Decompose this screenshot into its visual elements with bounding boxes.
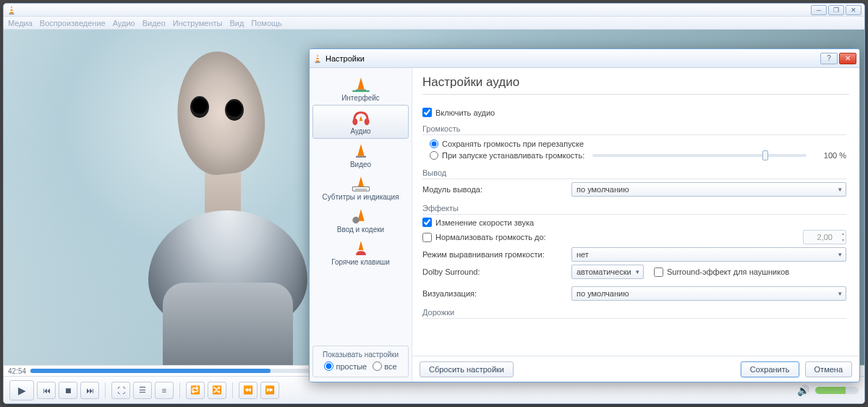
- close-button[interactable]: ✕: [846, 5, 861, 15]
- gain-mode-label: Режим выравнивания громкости:: [422, 250, 567, 259]
- window-buttons: ─ ❐ ✕: [811, 5, 861, 15]
- menubar: Медиа Воспроизведение Аудио Видео Инстру…: [4, 17, 864, 30]
- menu-tools[interactable]: Инструменты: [173, 19, 223, 27]
- svg-point-11: [352, 119, 357, 125]
- cat-input[interactable]: Ввод и кодеки: [312, 204, 409, 236]
- cat-audio[interactable]: Аудио: [312, 105, 409, 139]
- play-button[interactable]: ▶: [9, 380, 34, 400]
- settings-main: Настройки аудио Включить аудио Громкость…: [412, 68, 859, 382]
- cat-video[interactable]: Видео: [312, 139, 409, 171]
- visual-select[interactable]: по умолчанию: [571, 286, 846, 301]
- group-output: Вывод: [422, 167, 846, 179]
- menu-audio[interactable]: Аудио: [113, 19, 135, 27]
- svg-rect-7: [316, 59, 320, 60]
- interface-icon: [351, 77, 371, 93]
- enable-audio-checkbox[interactable]: Включить аудио: [422, 108, 846, 117]
- svg-rect-2: [10, 8, 13, 9]
- startup-volume-value: 100 %: [814, 151, 846, 160]
- stop-button[interactable]: ⏹: [59, 382, 77, 399]
- cat-hotkeys[interactable]: Горячие клавиши: [312, 236, 409, 269]
- menu-video[interactable]: Видео: [142, 19, 166, 27]
- dolby-label: Dolby Surround:: [422, 267, 567, 276]
- svg-marker-13: [359, 116, 362, 121]
- video-icon: [351, 143, 371, 159]
- menu-playback[interactable]: Воспроизведение: [40, 19, 106, 27]
- startup-volume-slider[interactable]: [592, 154, 807, 157]
- time-elapsed[interactable]: 42:54: [8, 367, 26, 375]
- menu-view[interactable]: Вид: [229, 19, 244, 27]
- minimize-button[interactable]: ─: [811, 5, 827, 15]
- normalize-checkbox[interactable]: Нормализовать громкость до:: [422, 233, 546, 242]
- show-settings-box: Показывать настройки простые все: [312, 346, 409, 377]
- speaker-icon[interactable]: 🔊: [797, 385, 809, 396]
- group-tracks: Дорожки: [422, 307, 846, 319]
- svg-rect-6: [316, 56, 319, 58]
- playlist-button[interactable]: ≡: [155, 382, 174, 399]
- svg-rect-17: [352, 187, 369, 192]
- settings-sidebar: Интерфейс Аудио Видео Субтитры и индикац…: [310, 68, 412, 382]
- svg-marker-14: [357, 145, 364, 156]
- group-loudness: Громкость: [422, 123, 846, 135]
- cat-interface[interactable]: Интерфейс: [312, 72, 409, 105]
- maximize-button[interactable]: ❐: [828, 5, 844, 15]
- ext-settings-button[interactable]: ☰: [133, 382, 152, 399]
- dialog-title: Настройки: [326, 54, 365, 63]
- prev-button[interactable]: ⏮: [37, 382, 56, 399]
- next-button[interactable]: ⏭: [80, 382, 99, 399]
- headphone-checkbox[interactable]: Surround-эффект для наушников: [654, 267, 789, 277]
- output-module-label: Модуль вывода:: [422, 185, 567, 194]
- headphones-icon: [351, 110, 371, 126]
- fullscreen-button[interactable]: ⛶: [111, 382, 130, 399]
- menu-media[interactable]: Медиа: [8, 19, 33, 27]
- output-module-select[interactable]: по умолчанию: [571, 182, 846, 197]
- dialog-close-button[interactable]: ✕: [839, 53, 856, 64]
- svg-marker-21: [358, 241, 363, 251]
- radio-keep-volume[interactable]: Сохранять громкость при перезапуске: [422, 138, 846, 150]
- svg-point-20: [352, 217, 359, 223]
- reset-button[interactable]: Сбросить настройки: [420, 361, 514, 377]
- subtitles-icon: [351, 176, 371, 192]
- settings-scroll[interactable]: Включить аудио Громкость Сохранять громк…: [412, 99, 859, 356]
- svg-point-12: [364, 119, 369, 125]
- normalize-value[interactable]: 2,00: [803, 230, 846, 244]
- radio-simple[interactable]: простые: [324, 361, 367, 371]
- save-button[interactable]: Сохранить: [741, 361, 799, 377]
- group-effects: Эффекты: [422, 202, 846, 215]
- dialog-titlebar[interactable]: Настройки ? ✕: [310, 49, 859, 68]
- svg-rect-1: [9, 13, 14, 14]
- loop-button[interactable]: 🔁: [186, 382, 205, 399]
- settings-heading: Настройки аудио: [422, 75, 849, 95]
- input-icon: [351, 208, 371, 224]
- radio-all[interactable]: все: [373, 361, 396, 371]
- cat-subtitles[interactable]: Субтитры и индикация: [312, 171, 409, 204]
- radio-set-volume[interactable]: При запуске устанавливать громкость: 100…: [422, 150, 846, 161]
- vlc-cone-icon: [7, 5, 17, 15]
- dialog-footer: Сбросить настройки Сохранить Отмена: [412, 356, 859, 382]
- dialog-help-button[interactable]: ?: [820, 53, 838, 64]
- shuffle-button[interactable]: 🔀: [208, 382, 226, 399]
- svg-marker-8: [357, 78, 364, 90]
- titlebar[interactable]: ─ ❐ ✕: [4, 4, 864, 17]
- step-back-button[interactable]: ⏪: [239, 382, 258, 399]
- video-subject: [90, 51, 322, 362]
- svg-rect-15: [356, 156, 366, 158]
- volume-slider[interactable]: [815, 387, 859, 394]
- dolby-select[interactable]: автоматически: [571, 265, 644, 279]
- vlc-cone-icon: [312, 53, 323, 64]
- gain-mode-select[interactable]: нет: [571, 247, 846, 262]
- svg-rect-10: [352, 90, 369, 92]
- svg-rect-5: [315, 61, 320, 63]
- timestretch-checkbox[interactable]: Изменение скорости звука: [422, 218, 846, 227]
- hotkeys-icon: [351, 241, 371, 257]
- visual-label: Визуализация:: [422, 289, 567, 298]
- show-settings-title: Показывать настройки: [318, 351, 404, 359]
- svg-rect-3: [10, 10, 14, 12]
- cancel-button[interactable]: Отмена: [805, 361, 852, 377]
- step-fwd-button[interactable]: ⏩: [260, 382, 279, 399]
- menu-help[interactable]: Помощь: [251, 19, 282, 27]
- settings-dialog: Настройки ? ✕ Интерфейс Аудио Видео: [309, 48, 860, 382]
- app-window: ─ ❐ ✕ Медиа Воспроизведение Аудио Видео …: [3, 3, 865, 404]
